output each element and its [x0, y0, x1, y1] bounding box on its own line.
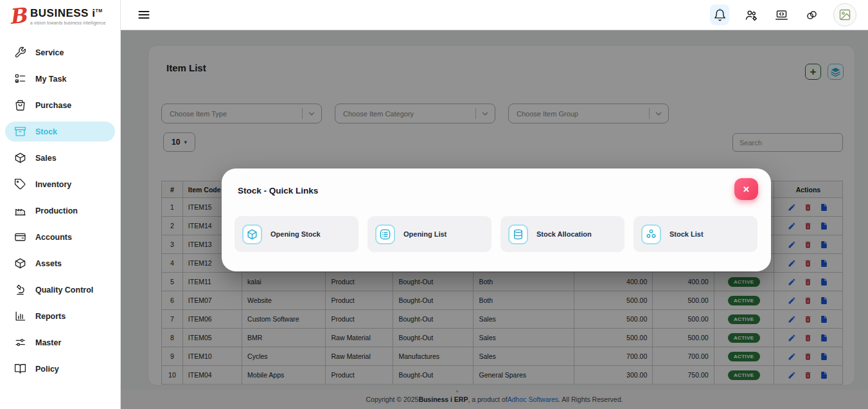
sidebar-item-label: Stock	[35, 127, 57, 136]
quick-link-opening-list[interactable]: Opening List	[368, 216, 492, 252]
sidebar-item-label: Master	[35, 338, 61, 347]
sidebar-item-quality-control[interactable]: Quality Control	[5, 280, 115, 300]
trademark: TM	[95, 8, 102, 13]
sidebar: B BUSINESS iTM a vision towards business…	[0, 0, 121, 409]
sidebar-item-label: Inventory	[35, 180, 71, 189]
link-icon[interactable]	[803, 6, 820, 23]
cubes-icon	[641, 224, 661, 244]
box-icon	[14, 257, 26, 269]
sidebar-item-label: My Task	[35, 75, 66, 84]
factory-icon	[14, 204, 26, 217]
sidebar-item-label: Policy	[35, 365, 59, 374]
sidebar-item-label: Reports	[35, 312, 66, 321]
quick-links-modal: Stock - Quick Links ✕ Opening StockOpeni…	[222, 168, 771, 271]
book-icon	[14, 363, 26, 375]
sidebar-item-accounts[interactable]: Accounts	[5, 227, 115, 247]
tasklist-icon	[14, 73, 26, 85]
sidebar-item-inventory[interactable]: Inventory	[5, 174, 115, 194]
sidebar-item-production[interactable]: Production	[5, 201, 115, 221]
avatar[interactable]	[833, 3, 856, 26]
microscope-icon	[14, 284, 26, 296]
sidebar-item-label: Purchase	[35, 101, 71, 110]
brand-tagline: a vision towards business intelligence	[30, 21, 106, 25]
sidebar-item-label: Production	[35, 206, 78, 215]
wallet-icon	[14, 231, 26, 243]
sidebar-item-label: Service	[35, 48, 64, 57]
sidebar-item-policy[interactable]: Policy	[5, 359, 115, 379]
sidebar-item-label: Quality Control	[35, 286, 93, 295]
quick-link-stock-list[interactable]: Stock List	[633, 216, 757, 252]
list-icon	[375, 224, 395, 244]
brand-mark-icon: B	[8, 6, 28, 27]
sidebar-item-label: Accounts	[35, 233, 72, 242]
sidebar-item-purchase[interactable]: Purchase	[5, 95, 115, 115]
sidebar-item-assets[interactable]: Assets	[5, 253, 115, 273]
box-icon	[14, 152, 26, 164]
app-window: B BUSINESS iTM a vision towards business…	[0, 0, 868, 409]
sidebar-item-service[interactable]: Service	[5, 42, 115, 62]
wrench-icon	[14, 46, 26, 59]
topbar	[121, 0, 868, 30]
sliders-icon	[14, 336, 26, 349]
archive-icon	[14, 125, 26, 138]
barchart-icon	[14, 310, 26, 322]
quick-link-label: Opening List	[403, 230, 447, 238]
brand-logo[interactable]: B BUSINESS iTM a vision towards business…	[0, 0, 120, 31]
quick-link-opening-stock[interactable]: Opening Stock	[235, 216, 359, 252]
content-area: Item List + Choose Item Type Choose Item…	[121, 30, 868, 409]
sidebar-item-my-task[interactable]: My Task	[5, 69, 115, 89]
sidebar-item-label: Assets	[35, 259, 62, 268]
quick-links-row: Opening StockOpening ListStock Allocatio…	[235, 216, 757, 252]
database-icon	[508, 224, 528, 244]
cube-icon	[242, 224, 262, 244]
laptop-code-icon[interactable]	[773, 6, 790, 23]
tag-icon	[14, 178, 26, 190]
sidebar-item-reports[interactable]: Reports	[5, 306, 115, 326]
quick-link-label: Opening Stock	[270, 230, 321, 238]
quick-link-stock-allocation[interactable]: Stock Allocation	[500, 216, 624, 252]
modal-close-button[interactable]: ✕	[734, 178, 758, 200]
main-area: Item List + Choose Item Type Choose Item…	[121, 0, 868, 409]
topbar-icons	[710, 3, 856, 26]
sidebar-item-label: Sales	[35, 154, 57, 163]
modal-title: Stock - Quick Links	[238, 186, 318, 195]
brand-name: BUSINESS iTM	[30, 7, 106, 20]
quick-link-label: Stock Allocation	[536, 230, 592, 238]
sidebar-item-sales[interactable]: Sales	[5, 148, 115, 168]
bag-icon	[14, 99, 26, 111]
quick-link-label: Stock List	[669, 230, 704, 238]
bell-icon[interactable]	[710, 5, 729, 25]
sidebar-item-master[interactable]: Master	[5, 332, 115, 352]
sidebar-item-stock[interactable]: Stock	[5, 122, 115, 141]
hamburger-menu-icon[interactable]	[137, 8, 151, 21]
team-settings-icon[interactable]	[743, 6, 759, 23]
sidebar-nav: ServiceMy TaskPurchaseStockSalesInventor…	[0, 31, 120, 379]
